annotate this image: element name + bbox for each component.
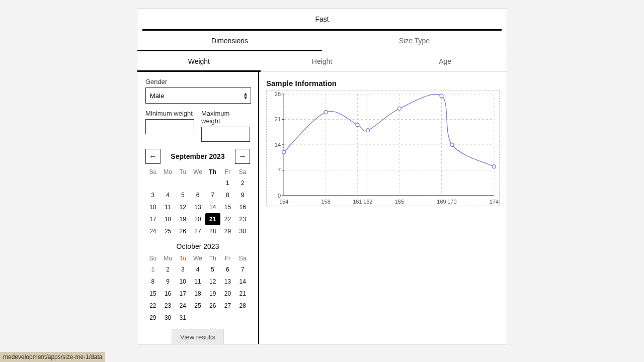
calendar-day[interactable]: 22	[220, 213, 235, 225]
calendar-dow: Fr	[220, 167, 235, 177]
calendar-dow: Su	[145, 167, 160, 177]
subtab-height[interactable]: Height	[261, 51, 384, 71]
sample-chart: 07142128154158161162165169170174	[266, 90, 500, 206]
calendar-day[interactable]: 20	[220, 288, 235, 300]
max-weight-label: Maximum weight	[201, 110, 250, 125]
calendar-day[interactable]: 4	[160, 189, 176, 201]
calendar-day[interactable]: 1	[220, 177, 235, 189]
calendar-dow: Th	[205, 253, 220, 263]
calendar-dow: Tu	[175, 253, 190, 263]
calendar-day[interactable]: 5	[175, 189, 190, 201]
calendar-day[interactable]: 18	[160, 213, 176, 225]
chart-panel: Sample Information 071421281541581611621…	[259, 72, 507, 344]
subtab-weight[interactable]: Weight	[137, 51, 261, 71]
calendar-day[interactable]: 10	[145, 201, 160, 213]
calendar-day[interactable]: 23	[235, 213, 250, 225]
calendar-day[interactable]: 7	[205, 189, 220, 201]
calendar-day[interactable]: 22	[145, 300, 160, 312]
calendar-day[interactable]: 26	[175, 225, 190, 237]
calendar-day[interactable]: 20	[190, 213, 205, 225]
app-panel: Fast DimensionsSize Type WeightHeightAge…	[137, 9, 507, 344]
view-results-button[interactable]: View results	[172, 329, 224, 344]
tab-size-type[interactable]: Size Type	[322, 31, 507, 51]
max-weight-input[interactable]	[201, 127, 250, 142]
svg-text:162: 162	[363, 199, 372, 205]
gender-label: Gender	[145, 78, 250, 85]
calendar-dow: Mo	[160, 253, 176, 263]
calendar-day[interactable]: 12	[205, 276, 220, 288]
calendar-day[interactable]: 21	[205, 213, 220, 225]
calendar-day[interactable]: 24	[145, 225, 160, 237]
svg-text:14: 14	[275, 142, 281, 148]
calendar-day[interactable]: 30	[235, 225, 250, 237]
calendar-day[interactable]: 17	[145, 213, 160, 225]
calendar-dow: Tu	[175, 167, 190, 177]
calendar-day[interactable]: 30	[160, 312, 176, 324]
calendar-day[interactable]: 1	[145, 263, 160, 276]
status-path: medevelopment/apps/size-me-1/data	[0, 352, 105, 362]
calendar-day[interactable]: 15	[220, 201, 235, 213]
calendar-day[interactable]: 29	[145, 312, 160, 324]
svg-text:165: 165	[395, 199, 404, 205]
calendar-day[interactable]: 9	[160, 276, 176, 288]
svg-text:0: 0	[278, 193, 281, 199]
calendar-day[interactable]: 19	[205, 288, 220, 300]
svg-text:28: 28	[275, 91, 281, 97]
svg-text:170: 170	[447, 199, 456, 205]
calendar-day[interactable]: 28	[235, 300, 250, 312]
calendar-day[interactable]: 10	[175, 276, 190, 288]
calendar-day[interactable]: 6	[190, 189, 205, 201]
topbar: Fast	[137, 9, 507, 29]
calendar-day[interactable]: 24	[175, 300, 190, 312]
calendar-day[interactable]: 8	[220, 189, 235, 201]
calendar-day[interactable]: 15	[145, 288, 160, 300]
calendar-day[interactable]: 13	[220, 276, 235, 288]
gender-select[interactable]: Male	[145, 87, 251, 104]
calendar-day[interactable]: 18	[190, 288, 205, 300]
calendar-day[interactable]: 5	[205, 263, 220, 276]
calendar-day[interactable]: 27	[190, 225, 205, 237]
calendar-day[interactable]: 16	[235, 201, 250, 213]
calendar-dow: Fr	[220, 253, 235, 263]
calendar-day[interactable]: 4	[190, 263, 205, 276]
calendar-day[interactable]: 2	[160, 263, 176, 276]
calendar-day[interactable]: 16	[160, 288, 176, 300]
calendar-prev-button[interactable]: ←	[145, 149, 160, 164]
calendar-day[interactable]: 28	[205, 225, 220, 237]
calendar-day[interactable]: 31	[175, 312, 190, 324]
calendar-dow: Sa	[235, 253, 250, 263]
tab-dimensions[interactable]: Dimensions	[137, 31, 322, 51]
arrow-right-icon: →	[238, 152, 247, 161]
svg-text:161: 161	[353, 199, 362, 205]
calendar-day[interactable]: 26	[205, 300, 220, 312]
calendar-day[interactable]: 21	[235, 288, 250, 300]
min-weight-input[interactable]	[145, 119, 194, 134]
calendar-day[interactable]: 11	[190, 276, 205, 288]
calendar-day[interactable]: 23	[160, 300, 176, 312]
calendar-day[interactable]: 12	[175, 201, 190, 213]
calendar-day[interactable]: 3	[175, 263, 190, 276]
calendar-day[interactable]: 14	[235, 276, 250, 288]
calendar-next-button[interactable]: →	[235, 149, 250, 164]
calendar-day[interactable]: 17	[175, 288, 190, 300]
arrow-left-icon: ←	[149, 152, 157, 161]
calendar-day[interactable]: 2	[235, 177, 250, 189]
svg-point-36	[366, 129, 370, 132]
calendar-day[interactable]: 8	[145, 276, 160, 288]
svg-text:169: 169	[437, 199, 446, 205]
subtab-age[interactable]: Age	[383, 51, 507, 71]
calendar-day[interactable]: 27	[220, 300, 235, 312]
calendar-day[interactable]: 29	[220, 225, 235, 237]
calendar-day[interactable]: 6	[220, 263, 235, 276]
calendar-day[interactable]: 25	[190, 300, 205, 312]
calendar-day[interactable]: 13	[190, 201, 205, 213]
calendar-day[interactable]: 25	[160, 225, 176, 237]
calendar-day[interactable]: 14	[205, 201, 220, 213]
calendar-dow: Sa	[235, 167, 250, 177]
calendar-day[interactable]: 7	[235, 263, 250, 276]
calendar-day[interactable]: 3	[145, 189, 160, 201]
calendar-day[interactable]: 9	[235, 189, 250, 201]
calendar-day[interactable]: 11	[160, 201, 176, 213]
calendar-day[interactable]: 19	[175, 213, 190, 225]
filter-panel: Gender Male ▴▾ Minimum weight Maximum we…	[137, 72, 259, 344]
